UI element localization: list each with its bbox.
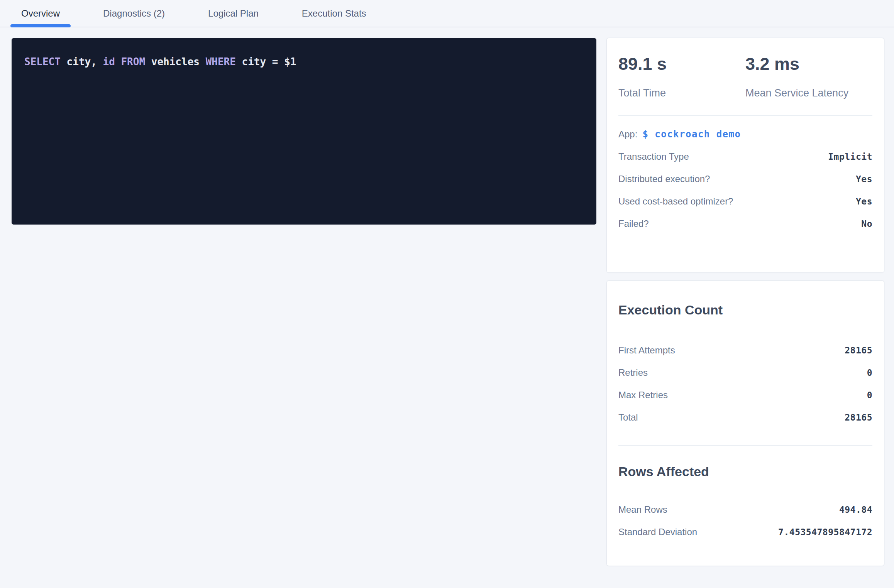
row-label: Failed? — [618, 218, 649, 229]
row-label: Transaction Type — [618, 151, 689, 162]
cost-based-optimizer-row: Used cost-based optimizer? Yes — [618, 190, 872, 213]
row-value: 0 — [867, 390, 872, 400]
row-value: 494.84 — [839, 505, 872, 515]
row-value: No — [861, 219, 872, 229]
sql-token-keyword: FROM — [121, 56, 151, 68]
retries-row: Retries 0 — [618, 362, 872, 384]
execution-divider — [618, 445, 872, 446]
summary-column: 89.1 s Total Time 3.2 ms Mean Service La… — [607, 38, 884, 566]
row-label: First Attempts — [618, 345, 675, 356]
statement-tabs: Overview Diagnostics (2) Logical Plan Ex… — [0, 0, 894, 27]
tab-overview[interactable]: Overview — [10, 0, 71, 27]
total-time-label: Total Time — [618, 87, 745, 99]
app-row: App: $ cockroach demo — [618, 123, 872, 145]
sql-token-keyword: SELECT — [24, 56, 67, 68]
sql-query-text: SELECT city, id FROM vehicles WHERE city… — [24, 56, 296, 68]
row-value: 28165 — [845, 412, 872, 422]
row-label: Distributed execution? — [618, 174, 710, 184]
row-label: Total — [618, 412, 638, 423]
overview-content: SELECT city, id FROM vehicles WHERE city… — [0, 27, 894, 566]
first-attempts-row: First Attempts 28165 — [618, 339, 872, 362]
mean-service-latency-value: 3.2 ms — [745, 55, 872, 73]
transaction-type-row: Transaction Type Implicit — [618, 145, 872, 168]
tab-overview-label: Overview — [21, 8, 60, 19]
sql-token-plain: city = $1 — [242, 56, 296, 68]
execution-count-heading: Execution Count — [618, 302, 872, 318]
total-time-stat: 89.1 s Total Time — [618, 55, 745, 99]
sql-token-plain: city, — [67, 56, 103, 68]
max-retries-row: Max Retries 0 — [618, 384, 872, 406]
mean-service-latency-label: Mean Service Latency — [745, 87, 872, 99]
row-value: 28165 — [845, 345, 872, 355]
sql-token-keyword: id — [103, 56, 121, 68]
failed-row: Failed? No — [618, 213, 872, 235]
execution-count-list: First Attempts 28165 Retries 0 Max Retri… — [618, 339, 872, 429]
total-time-value: 89.1 s — [618, 55, 745, 73]
app-label: App: — [618, 129, 637, 140]
sql-token-keyword: WHERE — [206, 56, 242, 68]
row-value: Yes — [856, 174, 872, 184]
row-label: Max Retries — [618, 390, 668, 400]
mean-service-latency-stat: 3.2 ms Mean Service Latency — [745, 55, 872, 99]
row-value: Implicit — [828, 152, 872, 162]
row-value: 7.453547895847172 — [778, 527, 872, 537]
row-label: Retries — [618, 367, 648, 378]
tab-diagnostics[interactable]: Diagnostics (2) — [92, 0, 176, 27]
summary-divider — [618, 115, 872, 116]
active-tab-indicator — [10, 24, 71, 27]
total-row: Total 28165 — [618, 406, 872, 429]
distributed-execution-row: Distributed execution? Yes — [618, 168, 872, 190]
tab-execution-stats[interactable]: Execution Stats — [291, 0, 377, 27]
tab-logical-plan-label: Logical Plan — [208, 8, 259, 19]
summary-card: 89.1 s Total Time 3.2 ms Mean Service La… — [607, 38, 884, 272]
standard-deviation-row: Standard Deviation 7.453547895847172 — [618, 521, 872, 543]
summary-kv-list: App: $ cockroach demo Transaction Type I… — [618, 123, 872, 235]
execution-count-card: Execution Count First Attempts 28165 Ret… — [607, 281, 884, 566]
phase-stats-row: 89.1 s Total Time 3.2 ms Mean Service La… — [618, 55, 872, 99]
row-value: Yes — [856, 196, 872, 206]
row-label: Mean Rows — [618, 504, 667, 515]
mean-rows-row: Mean Rows 494.84 — [618, 498, 872, 521]
sql-token-plain: vehicles — [151, 56, 206, 68]
tab-execution-stats-label: Execution Stats — [302, 8, 366, 19]
tab-logical-plan[interactable]: Logical Plan — [197, 0, 269, 27]
app-link[interactable]: $ cockroach demo — [642, 129, 741, 140]
rows-affected-list: Mean Rows 494.84 Standard Deviation 7.45… — [618, 498, 872, 543]
sql-query-box: SELECT city, id FROM vehicles WHERE city… — [12, 38, 596, 225]
row-value: 0 — [867, 368, 872, 378]
row-label: Standard Deviation — [618, 527, 697, 537]
rows-affected-heading: Rows Affected — [618, 464, 872, 479]
tab-diagnostics-label: Diagnostics (2) — [103, 8, 165, 19]
row-label: Used cost-based optimizer? — [618, 196, 733, 207]
